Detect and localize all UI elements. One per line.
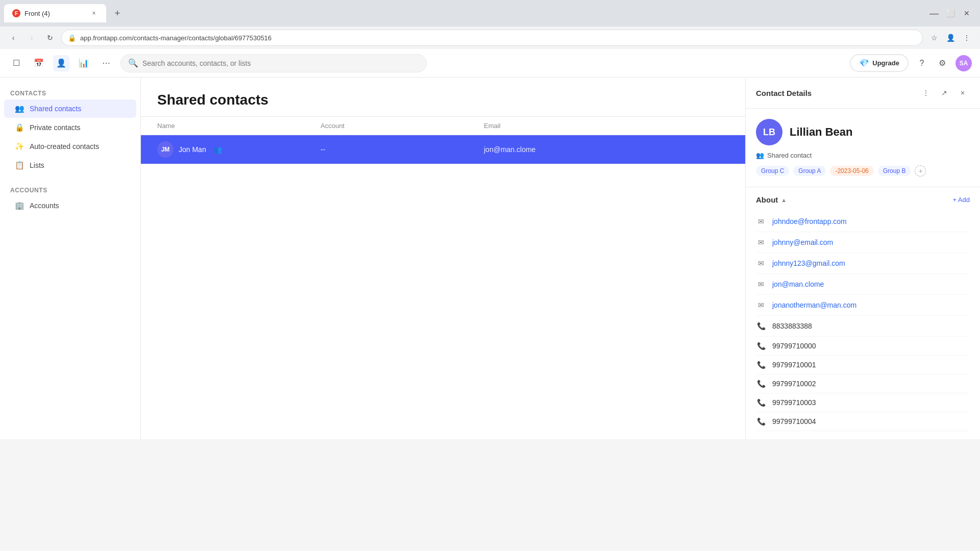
lists-icon: 📋	[14, 160, 24, 170]
phone-value-5[interactable]: 99799710003	[772, 398, 970, 407]
delete-email-2-button[interactable]: 🗑	[958, 236, 970, 248]
edit-email-4-button[interactable]: ✏	[943, 278, 955, 290]
email-value-3[interactable]: johnny123@gmail.com	[772, 259, 923, 267]
calendar-icon-button[interactable]: 📅	[31, 55, 47, 71]
page-title: Shared contacts	[157, 92, 729, 108]
minimize-button[interactable]: —	[927, 6, 941, 20]
delete-phone-1-button[interactable]: 🗑	[958, 320, 970, 332]
close-window-button[interactable]: ✕	[960, 6, 974, 20]
new-tab-button[interactable]: +	[110, 6, 125, 20]
back-button[interactable]: ‹	[6, 31, 20, 45]
contact-info: LB Lillian Bean 👥 Shared contact Group C…	[746, 109, 980, 187]
phone-row-2: 📞 99799710000	[756, 337, 970, 356]
copy-email-4-button[interactable]: ⧉	[929, 278, 941, 290]
upgrade-button[interactable]: 💎 Upgrade	[850, 54, 909, 72]
email-value-5[interactable]: jonanotherman@man.com	[772, 301, 923, 309]
email-row-3: ✉ johnny123@gmail.com ⧉ ✏ 🗑	[756, 253, 970, 274]
shared-icon: 👥	[756, 152, 764, 159]
more-icon-button[interactable]: ⋯	[98, 55, 114, 71]
settings-button[interactable]: ⚙	[935, 56, 949, 70]
column-header-name: Name	[157, 122, 321, 130]
search-input[interactable]	[142, 59, 419, 67]
help-button[interactable]: ?	[915, 56, 929, 70]
table-header: Name Account Email	[141, 117, 745, 135]
shared-contacts-icon: 👥	[14, 104, 24, 114]
sidebar-item-shared-contacts-label: Shared contacts	[30, 105, 81, 113]
email-icon-3: ✉	[756, 258, 766, 268]
email-icon-4: ✉	[756, 279, 766, 289]
delete-email-4-button[interactable]: 🗑	[958, 278, 970, 290]
browser-tab[interactable]: F Front (4) ×	[4, 4, 106, 22]
sidebar-item-shared-contacts[interactable]: 👥 Shared contacts	[4, 99, 136, 118]
group-tag-c[interactable]: Group C	[756, 166, 789, 176]
panel-header: Contact Details ⋮ ↗ ×	[746, 78, 980, 109]
about-caret-icon: ▲	[781, 197, 787, 203]
edit-email-2-button[interactable]: ✏	[943, 236, 955, 248]
address-bar[interactable]: 🔒 app.frontapp.com/contacts-manager/cont…	[61, 30, 923, 46]
phone-value-2[interactable]: 99799710000	[772, 342, 970, 350]
sidebar: Contacts 👥 Shared contacts 🔒 Private con…	[0, 78, 141, 439]
forward-button[interactable]: ›	[24, 31, 39, 45]
edit-email-3-button[interactable]: ✏	[943, 257, 955, 269]
email-icon-5: ✉	[756, 300, 766, 310]
phone-icon-2: 📞	[756, 341, 766, 351]
edit-email-1-button[interactable]: ✏	[943, 215, 955, 228]
phone-row-3: 📞 99799710001	[756, 356, 970, 374]
contact-full-name: Lillian Bean	[790, 126, 852, 139]
shared-badge: 👥 Shared contact	[756, 152, 970, 159]
copy-email-5-button[interactable]: ⧉	[929, 299, 941, 311]
edit-phone-1-button[interactable]: ✏	[943, 320, 955, 332]
email-value-4[interactable]: jon@man.clome	[772, 280, 923, 288]
delete-email-5-button[interactable]: 🗑	[958, 299, 970, 311]
panel-title: Contact Details	[756, 89, 812, 97]
phone-value-1[interactable]: 8833883388	[772, 322, 923, 330]
group-tag-b[interactable]: Group B	[878, 166, 911, 176]
phone-icon-5: 📞	[756, 397, 766, 408]
inbox-icon-button[interactable]: ☐	[8, 55, 24, 71]
email-value-2[interactable]: johnny@email.com	[772, 238, 923, 246]
reload-button[interactable]: ↻	[43, 31, 57, 45]
phone-icon-4: 📞	[756, 379, 766, 389]
external-link-button[interactable]: ↗	[937, 86, 951, 100]
browser-navbar: ‹ › ↻ 🔒 app.frontapp.com/contacts-manage…	[0, 27, 980, 49]
copy-email-2-button[interactable]: ⧉	[929, 236, 941, 248]
analytics-icon-button[interactable]: 📊	[76, 55, 92, 71]
group-tag-a[interactable]: Group A	[793, 166, 826, 176]
phone-value-4[interactable]: 99799710002	[772, 380, 970, 388]
phone-row-5: 📞 99799710003	[756, 393, 970, 412]
delete-email-3-button[interactable]: 🗑	[958, 257, 970, 269]
sidebar-item-accounts[interactable]: 🏢 Accounts	[4, 196, 136, 215]
extensions-button[interactable]: ⋮	[960, 31, 974, 45]
sidebar-item-auto-created[interactable]: ✨ Auto-created contacts	[4, 137, 136, 156]
edit-email-5-button[interactable]: ✏	[943, 299, 955, 311]
address-text: app.frontapp.com/contacts-manager/contac…	[80, 34, 272, 42]
sidebar-item-lists[interactable]: 📋 Lists	[4, 156, 136, 174]
phone-value-3[interactable]: 99799710001	[772, 361, 970, 369]
profile-button[interactable]: 👤	[943, 31, 958, 45]
table-row[interactable]: JM Jon Man 👥 -- jon@man.clome	[141, 135, 745, 164]
copy-email-1-button[interactable]: ⧉	[929, 215, 941, 228]
delete-email-1-button[interactable]: 🗑	[958, 215, 970, 228]
more-options-button[interactable]: ⋮	[919, 86, 933, 100]
bookmark-button[interactable]: ☆	[927, 31, 941, 45]
tab-close-button[interactable]: ×	[90, 9, 98, 17]
copy-email-3-button[interactable]: ⧉	[929, 257, 941, 269]
close-panel-button[interactable]: ×	[955, 86, 970, 100]
copy-phone-1-button[interactable]: ⧉	[929, 320, 941, 332]
sidebar-item-private-contacts[interactable]: 🔒 Private contacts	[4, 118, 136, 137]
phone-value-6[interactable]: 99799710004	[772, 417, 970, 425]
main-content: Shared contacts Name Account Email JM Jo…	[141, 78, 745, 439]
add-group-tag-button[interactable]: +	[915, 165, 926, 177]
contact-name: Jon Man	[179, 145, 206, 154]
contacts-icon-button[interactable]: 👤	[53, 55, 69, 71]
search-bar[interactable]: 🔍	[120, 54, 427, 72]
user-avatar-button[interactable]: SA	[955, 55, 972, 71]
contact-info-header: LB Lillian Bean	[756, 119, 970, 145]
column-header-account: Account	[321, 122, 484, 130]
email-value-1[interactable]: johndoe@frontapp.com	[772, 217, 923, 226]
group-tag-date[interactable]: -2023-05-06	[830, 166, 873, 176]
search-icon: 🔍	[128, 58, 138, 68]
maximize-button[interactable]: ⬜	[943, 6, 958, 20]
about-header: About ▲ + Add	[756, 195, 970, 204]
add-detail-button[interactable]: + Add	[952, 196, 970, 204]
